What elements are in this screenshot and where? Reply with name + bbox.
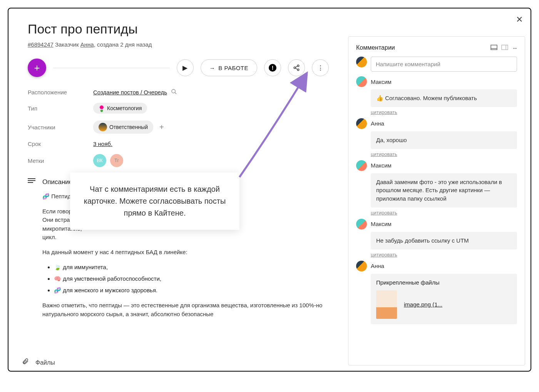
arrow-right-icon: → (209, 65, 216, 71)
card-modal: ✕ Пост про пептиды #6894247 Заказчик Анн… (8, 8, 531, 372)
due-label: Срок (28, 141, 93, 147)
quote-button[interactable]: цитировать (371, 151, 397, 157)
avatar (356, 76, 367, 87)
fields: Расположение Создание постов / Очередь Т… (28, 89, 329, 167)
alert-button[interactable]: ! (264, 59, 281, 76)
comment: МаксимНе забудь добавить ссылку с UTMцит… (354, 219, 519, 258)
members-label: Участники (28, 124, 93, 131)
actions-row: + ▶ → В РАБОТЕ ! ⋮ (28, 59, 329, 77)
comment-text: 👍 Согласовано. Можем публиковать (371, 89, 517, 107)
tag-vk[interactable]: ВК (93, 154, 106, 167)
svg-point-0 (297, 65, 299, 67)
status-button[interactable]: → В РАБОТЕ (201, 59, 257, 76)
comments-title: Комментарии (356, 44, 395, 51)
type-chip[interactable]: Косметология (93, 103, 147, 114)
close-icon[interactable]: ✕ (516, 15, 523, 25)
svg-line-4 (295, 68, 297, 69)
customer-link[interactable]: Анна (80, 41, 94, 48)
comment-author: Максим (371, 162, 392, 169)
card-meta: #6894247 Заказчик Анна, создана 2 дня на… (28, 41, 329, 48)
layout-full-icon[interactable] (490, 45, 497, 51)
location-label: Расположение (28, 89, 93, 95)
share-button[interactable] (288, 59, 305, 76)
files-section[interactable]: Файлы (22, 358, 55, 367)
svg-line-3 (295, 66, 297, 67)
svg-point-2 (297, 69, 299, 71)
flower-icon (99, 105, 105, 111)
tooltip-overlay: Чат с комментариями есть в каждой карточ… (70, 173, 239, 230)
play-button[interactable]: ▶ (177, 59, 194, 76)
due-value[interactable]: 3 нояб. (93, 141, 112, 147)
member-chip[interactable]: Ответственный (93, 121, 153, 134)
attachment-link[interactable]: image.png (1... (404, 301, 442, 308)
avatar (99, 123, 107, 131)
attachment-box: Прикрепленные файлы image.png (1... (371, 274, 517, 324)
main-panel: Пост про пептиды #6894247 Заказчик Анна,… (8, 8, 348, 371)
comment: Максим👍 Согласовано. Можем публиковатьци… (354, 76, 519, 115)
comment-author: Анна (371, 120, 384, 127)
attachment-thumbnail[interactable] (376, 290, 397, 319)
comment: МаксимДавай заменим фото - это уже испол… (354, 160, 519, 216)
tags-label: Метки (28, 157, 93, 164)
attachment-icon (22, 358, 29, 367)
avatar (356, 160, 367, 171)
layout-split-icon[interactable] (501, 45, 508, 51)
card-title: Пост про пептиды (28, 22, 329, 37)
svg-rect-13 (502, 45, 508, 50)
comment-author: Анна (371, 263, 384, 269)
svg-point-5 (172, 89, 175, 93)
comment: АннаДа, хорошоцитировать (354, 118, 519, 157)
location-value[interactable]: Создание постов / Очередь (93, 89, 167, 95)
svg-line-6 (175, 92, 176, 94)
tag-tg[interactable]: Tг (110, 154, 123, 167)
comment-text: Да, хорошо (371, 131, 517, 149)
avatar (356, 118, 367, 129)
comment-text: Не забудь добавить ссылку с UTM (371, 232, 517, 250)
quote-button[interactable]: цитировать (371, 252, 397, 258)
avatar (356, 219, 367, 230)
comment-text: Давай заменим фото - это уже использовал… (371, 173, 517, 208)
svg-rect-11 (491, 45, 497, 50)
add-member-button[interactable]: + (157, 123, 166, 132)
comment: Анна Прикрепленные файлы image.png (1... (354, 261, 519, 324)
svg-point-1 (294, 67, 296, 69)
add-button[interactable]: + (28, 59, 46, 77)
comment-author: Максим (371, 221, 392, 227)
quote-button[interactable]: цитировать (371, 109, 397, 115)
avatar (356, 57, 367, 67)
comments-panel: Комментарии ↔ Напишите комментарий Макси… (348, 36, 525, 365)
quote-button[interactable]: цитировать (371, 210, 397, 216)
more-button[interactable]: ⋮ (312, 59, 329, 76)
comment-input[interactable]: Напишите комментарий (371, 57, 517, 72)
description-icon (28, 178, 35, 186)
type-label: Тип (28, 105, 93, 112)
comment-author: Максим (371, 79, 392, 85)
avatar (356, 261, 367, 271)
search-icon[interactable] (171, 89, 177, 96)
card-id[interactable]: #6894247 (28, 41, 54, 48)
expand-icon[interactable]: ↔ (512, 45, 517, 51)
